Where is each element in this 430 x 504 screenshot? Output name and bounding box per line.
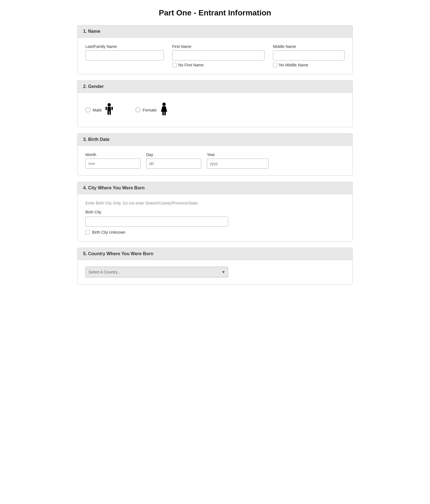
month-field: Month <box>85 152 141 169</box>
gender-male-option[interactable]: Male <box>85 103 113 117</box>
name-fields-row: Last/Family Name First Name No First Nam… <box>85 44 345 67</box>
section-birth-date-header: 3. Birth Date <box>78 134 352 146</box>
svg-rect-1 <box>108 107 111 111</box>
section-birth-country-header: 5. Country Where You Were Born <box>78 248 352 260</box>
no-first-name-label: No First Name <box>178 63 204 67</box>
first-name-field: First Name No First Name <box>172 44 265 67</box>
month-label: Month <box>85 152 141 157</box>
gender-female-option[interactable]: Female <box>135 102 168 117</box>
country-select-wrapper: Select A Country... United States Canada… <box>85 267 228 277</box>
birth-city-instructions: Enter Birth City Only. Do not enter Dist… <box>85 201 345 205</box>
section-name-body: Last/Family Name First Name No First Nam… <box>78 38 352 74</box>
section-name-header: 1. Name <box>78 25 352 38</box>
gender-female-radio[interactable] <box>135 107 141 112</box>
svg-rect-10 <box>164 112 166 115</box>
gender-male-label: Male <box>93 108 102 112</box>
birth-city-label: Birth City <box>85 210 345 214</box>
svg-rect-3 <box>109 111 111 115</box>
gender-options-row: Male <box>85 99 345 120</box>
no-middle-name-row: No Middle Name <box>273 63 345 67</box>
middle-name-field: Middle Name No Middle Name <box>273 44 345 67</box>
svg-point-6 <box>162 103 166 106</box>
month-input[interactable] <box>85 159 141 169</box>
svg-rect-8 <box>163 106 165 108</box>
year-label: Year <box>207 152 268 157</box>
last-name-field: Last/Family Name <box>85 44 164 61</box>
last-name-input[interactable] <box>85 50 164 61</box>
section-birth-city-header: 4. City Where You Were Born <box>78 182 352 194</box>
gender-female-label: Female <box>143 108 157 112</box>
birth-city-unknown-row: Birth City Unknown <box>85 230 345 234</box>
section-birth-date-body: Month Day Year <box>78 146 352 175</box>
birth-city-unknown-label: Birth City Unknown <box>92 230 125 234</box>
section-birth-city-body: Enter Birth City Only. Do not enter Dist… <box>78 194 352 241</box>
no-first-name-row: No First Name <box>172 63 265 67</box>
section-gender: 2. Gender Male <box>77 80 353 127</box>
section-birth-city: 4. City Where You Were Born Enter Birth … <box>77 182 353 241</box>
gender-male-radio[interactable] <box>85 107 90 112</box>
day-label: Day <box>146 152 201 157</box>
section-birth-country: 5. Country Where You Were Born Select A … <box>77 248 353 284</box>
middle-name-label: Middle Name <box>273 44 345 49</box>
section-birth-country-body: Select A Country... United States Canada… <box>78 260 352 284</box>
male-icon <box>105 103 113 117</box>
svg-point-0 <box>108 103 111 106</box>
no-middle-name-label: No Middle Name <box>279 63 308 67</box>
section-birth-date: 3. Birth Date Month Day Year <box>77 133 353 176</box>
female-icon <box>160 102 168 117</box>
svg-rect-5 <box>111 107 113 110</box>
date-fields-row: Month Day Year <box>85 152 345 169</box>
birth-city-input[interactable] <box>85 217 228 227</box>
day-field: Day <box>146 152 201 169</box>
day-input[interactable] <box>146 159 201 169</box>
first-name-label: First Name <box>172 44 265 49</box>
no-first-name-checkbox[interactable] <box>172 63 177 67</box>
section-gender-body: Male <box>78 93 352 127</box>
country-select[interactable]: Select A Country... United States Canada… <box>85 267 228 277</box>
first-name-input[interactable] <box>172 50 265 61</box>
section-gender-header: 2. Gender <box>78 81 352 93</box>
svg-rect-4 <box>106 107 107 110</box>
birth-city-unknown-checkbox[interactable] <box>85 230 90 234</box>
no-middle-name-checkbox[interactable] <box>273 63 277 67</box>
svg-rect-2 <box>108 111 109 115</box>
year-input[interactable] <box>207 159 268 169</box>
page-title: Part One - Entrant Information <box>77 8 353 17</box>
section-name: 1. Name Last/Family Name First Name No F… <box>77 25 353 74</box>
svg-rect-9 <box>162 112 164 115</box>
year-field: Year <box>207 152 268 169</box>
middle-name-input[interactable] <box>273 50 345 61</box>
last-name-label: Last/Family Name <box>85 44 164 49</box>
